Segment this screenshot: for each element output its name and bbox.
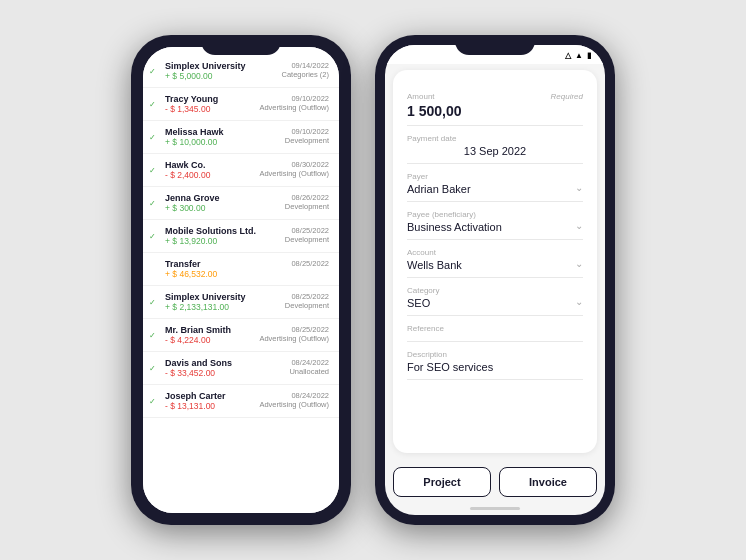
tx-category: Development [285,202,329,211]
field-value: 1 500,00 [407,103,583,119]
table-row: ✓Mr. Brian Smith- $ 4,224.0008/25/2022Ad… [143,319,339,352]
field-label: Account [407,248,583,257]
tx-name: Tracy Young [165,94,218,104]
tx-amount: + $ 2,133,131.00 [165,302,246,312]
fields-list: Amount1 500,00RequiredPayment date13 Sep… [407,92,583,380]
table-row: ✓Joseph Carter- $ 13,131.0008/24/2022Adv… [143,385,339,418]
field-label: Description [407,350,583,359]
tx-category: Development [285,235,329,244]
status-bar: △ ▲ ▮ [385,45,605,64]
chevron-down-icon: ⌄ [575,182,583,193]
form-field[interactable]: Amount1 500,00Required [407,92,583,126]
table-row: ✓Melissa Hawk+ $ 10,000.0009/10/2022Deve… [143,121,339,154]
tx-meta: 08/25/2022Development [285,292,329,310]
tx-name: Mr. Brian Smith [165,325,231,335]
tx-info: Joseph Carter- $ 13,131.00 [165,391,226,411]
status-icons: △ ▲ ▮ [565,51,591,60]
tx-amount: + $ 10,000.00 [165,137,224,147]
required-label: Required [551,92,583,101]
check-icon: ✓ [149,199,156,208]
tx-meta: 09/14/2022Categories (2) [281,61,329,79]
tx-name: Joseph Carter [165,391,226,401]
tx-meta: 09/10/2022Development [285,127,329,145]
form-field[interactable]: Payment date13 Sep 2022 [407,134,583,164]
field-value: SEO [407,297,583,309]
field-label: Payee (beneficiary) [407,210,583,219]
chevron-down-icon: ⌄ [575,220,583,231]
tx-info: Simplex University+ $ 5,000.00 [165,61,246,81]
tx-date: 09/10/2022 [259,94,329,103]
tx-amount: + $ 46,532.00 [165,269,217,279]
tx-amount: + $ 13,920.00 [165,236,256,246]
tx-info: Simplex University+ $ 2,133,131.00 [165,292,246,312]
tx-date: 08/24/2022 [289,358,329,367]
tx-meta: 08/25/2022Advertising (Outflow) [259,325,329,343]
check-icon: ✓ [149,397,156,406]
table-row: ✓Jenna Grove+ $ 300.0008/26/2022Developm… [143,187,339,220]
tx-info: Jenna Grove+ $ 300.00 [165,193,220,213]
tx-category: Development [285,136,329,145]
form-field[interactable]: Payee (beneficiary)Business Activation⌄ [407,210,583,240]
tx-date: 08/25/2022 [285,292,329,301]
transaction-list: ✓Simplex University+ $ 5,000.0009/14/202… [143,47,339,513]
tx-date: 08/30/2022 [259,160,329,169]
check-icon: ✓ [149,364,156,373]
tx-meta: 09/10/2022Advertising (Outflow) [259,94,329,112]
tx-category: Advertising (Outflow) [259,400,329,409]
tx-amount: - $ 13,131.00 [165,401,226,411]
tx-category: Unallocated [289,367,329,376]
battery-icon: ▮ [587,51,591,60]
table-row: ✓Simplex University+ $ 5,000.0009/14/202… [143,55,339,88]
tx-date: 08/26/2022 [285,193,329,202]
tx-date: 08/25/2022 [291,259,329,268]
tx-name: Simplex University [165,61,246,71]
field-label: Payment date [407,134,583,143]
tx-amount: + $ 5,000.00 [165,71,246,81]
home-indicator [385,501,605,515]
form-field[interactable]: AccountWells Bank⌄ [407,248,583,278]
tx-meta: 08/24/2022Unallocated [289,358,329,376]
table-row: ✓Davis and Sons- $ 33,452.0008/24/2022Un… [143,352,339,385]
tx-category: Development [285,301,329,310]
table-row: Transfer+ $ 46,532.0008/25/2022 [143,253,339,286]
right-screen-inner: △ ▲ ▮ Amount1 500,00RequiredPayment date… [385,45,605,515]
form-field[interactable]: PayerAdrian Baker⌄ [407,172,583,202]
tx-meta: 08/25/2022Development [285,226,329,244]
tx-date: 08/25/2022 [285,226,329,235]
tx-amount: - $ 33,452.00 [165,368,232,378]
tx-info: Mobile Solutions Ltd.+ $ 13,920.00 [165,226,256,246]
chevron-down-icon: ⌄ [575,296,583,307]
invoice-button[interactable]: Invoice [499,467,597,497]
home-bar [470,507,520,510]
field-value: For SEO services [407,361,583,373]
chevron-down-icon: ⌄ [575,258,583,269]
project-button[interactable]: Project [393,467,491,497]
tx-name: Jenna Grove [165,193,220,203]
tx-amount: + $ 300.00 [165,203,220,213]
tx-info: Transfer+ $ 46,532.00 [165,259,217,279]
tx-meta: 08/30/2022Advertising (Outflow) [259,160,329,178]
table-row: ✓Tracy Young- $ 1,345.0009/10/2022Advert… [143,88,339,121]
check-icon: ✓ [149,67,156,76]
field-value: 13 Sep 2022 [407,145,583,157]
check-icon: ✓ [149,331,156,340]
tx-info: Mr. Brian Smith- $ 4,224.00 [165,325,231,345]
table-row: ✓Simplex University+ $ 2,133,131.0008/25… [143,286,339,319]
form-field[interactable]: Reference [407,324,583,342]
left-phone: ✓Simplex University+ $ 5,000.0009/14/202… [131,35,351,525]
scene: ✓Simplex University+ $ 5,000.0009/14/202… [111,15,635,545]
tx-amount: - $ 4,224.00 [165,335,231,345]
check-icon: ✓ [149,232,156,241]
form-field[interactable]: DescriptionFor SEO services [407,350,583,380]
modal-footer: ProjectInvoice [385,459,605,501]
field-label: Category [407,286,583,295]
tx-date: 09/10/2022 [285,127,329,136]
field-label: Reference [407,324,583,333]
tx-info: Tracy Young- $ 1,345.00 [165,94,218,114]
field-value: Business Activation [407,221,583,233]
tx-amount: - $ 2,400.00 [165,170,210,180]
check-icon: ✓ [149,298,156,307]
wifi-icon: △ [565,51,571,60]
form-field[interactable]: CategorySEO⌄ [407,286,583,316]
field-label: Payer [407,172,583,181]
